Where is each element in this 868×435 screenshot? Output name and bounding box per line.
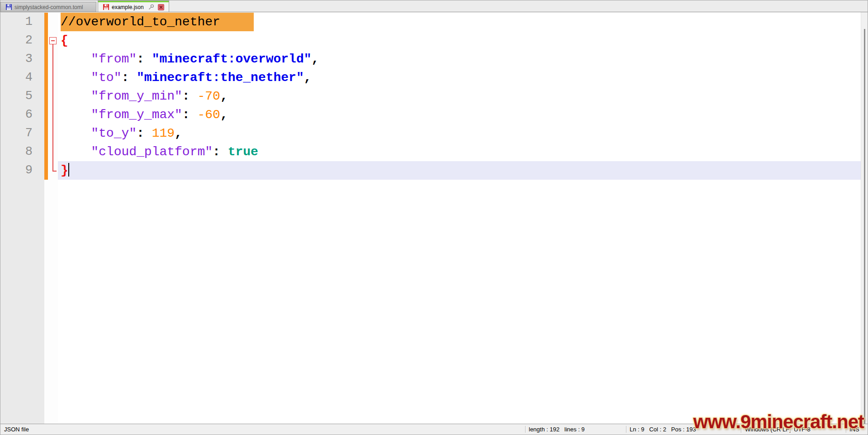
line-number[interactable]: 4 [0, 68, 44, 87]
code-token-punct: : [182, 89, 198, 103]
code-token-number: 119 [152, 126, 175, 140]
code-token-punct: , [220, 108, 228, 122]
code-line-9[interactable]: 9} [0, 161, 861, 180]
vertical-scrollbar[interactable] [861, 12, 868, 424]
code-line-text[interactable]: //overworld_to_nether [58, 13, 861, 31]
tab-example-json[interactable]: example.json [98, 0, 169, 12]
code-token-punct: : [137, 52, 152, 66]
line-number[interactable]: 1 [0, 13, 44, 31]
unsaved-file-icon [103, 4, 109, 10]
line-number[interactable]: 6 [0, 105, 44, 124]
saved-file-icon [5, 4, 12, 10]
line-number[interactable]: 5 [0, 87, 44, 105]
change-marker [44, 124, 48, 143]
status-separator [525, 426, 526, 433]
code-token-plain [61, 126, 91, 140]
code-token-bool: true [228, 145, 258, 159]
change-marker [44, 68, 48, 87]
code-line-7[interactable]: 7 "to_y": 119, [0, 124, 861, 143]
fold-guide [48, 50, 58, 68]
code-line-6[interactable]: 6 "from_y_max": -60, [0, 105, 861, 124]
code-token-punct: , [304, 71, 312, 85]
line-number[interactable]: 9 [0, 161, 44, 180]
fold-guide [48, 87, 58, 105]
pin-icon[interactable] [148, 4, 155, 10]
code-line-5[interactable]: 5 "from_y_min": -70, [0, 87, 861, 105]
editor-area[interactable]: 1//overworld_to_nether2{3 "from": "minec… [0, 12, 868, 424]
fold-collapse-icon[interactable] [49, 37, 57, 44]
fold-guide [48, 124, 58, 143]
change-marker [44, 31, 48, 50]
fold-guide [48, 68, 58, 87]
status-doc-type: JSON file [4, 424, 29, 435]
code-line-text[interactable]: "from": "minecraft:overworld", [58, 50, 861, 68]
tab-simplystacked-common-toml[interactable]: simplystacked-common.toml [0, 2, 96, 12]
line-number[interactable]: 8 [0, 143, 44, 161]
status-cursor-position: Ln : 9 Col : 2 Pos : 193 [630, 424, 696, 435]
code-line-text[interactable]: "to_y": 119, [58, 124, 861, 143]
code-line-4[interactable]: 4 "to": "minecraft:the_nether", [0, 68, 861, 87]
code-token-plain [61, 52, 91, 66]
line-number[interactable]: 2 [0, 31, 44, 50]
code-line-text[interactable]: "to": "minecraft:the_nether", [58, 68, 861, 87]
change-marker [44, 105, 48, 124]
fold-guide [48, 161, 58, 180]
code-token-punct: , [312, 52, 319, 66]
code-token-key: "from" [91, 52, 137, 66]
code-line-text[interactable]: "from_y_max": -60, [58, 105, 861, 124]
code-token-plain [61, 108, 91, 122]
fold-guide [48, 13, 58, 31]
code-line-text[interactable]: { [58, 31, 861, 50]
code-line-text[interactable]: "cloud_platform": true [58, 143, 861, 161]
tab-label: example.json [112, 4, 144, 10]
change-marker [44, 161, 48, 180]
code-line-text[interactable]: "from_y_min": -70, [58, 87, 861, 105]
code-token-punct: : [137, 126, 152, 140]
text-caret [68, 163, 69, 177]
scrollbar-thumb[interactable] [864, 29, 865, 424]
code-token-key: "cloud_platform" [91, 145, 213, 159]
code-token-key: "from_y_max" [91, 108, 182, 122]
status-length-lines: length : 192 lines : 9 [529, 424, 585, 435]
code-token-number: -70 [197, 89, 220, 103]
code-line-3[interactable]: 3 "from": "minecraft:overworld", [0, 50, 861, 68]
code-token-number: -60 [197, 108, 220, 122]
status-separator [626, 426, 627, 433]
code-token-brace: } [61, 163, 68, 177]
code-token-plain [61, 89, 91, 103]
code-line-text[interactable]: } [58, 161, 861, 180]
code-line-8[interactable]: 8 "cloud_platform": true [0, 143, 861, 161]
code-token-string: "minecraft:overworld" [152, 52, 312, 66]
code-token-punct: : [182, 108, 198, 122]
close-tab-button[interactable] [158, 4, 164, 10]
change-marker [44, 13, 48, 31]
code-line-1[interactable]: 1//overworld_to_nether [0, 13, 861, 31]
line-number[interactable]: 3 [0, 50, 44, 68]
change-marker [44, 87, 48, 105]
line-number[interactable]: 7 [0, 124, 44, 143]
change-marker [44, 50, 48, 68]
tab-bar: simplystacked-common.toml example.json [0, 0, 868, 12]
code-token-key: "to_y" [91, 126, 137, 140]
close-icon [158, 5, 164, 10]
change-marker [44, 143, 48, 161]
code-token-string: "minecraft:the_nether" [137, 71, 304, 85]
code-token-plain [61, 145, 91, 159]
watermark: www.9minecraft.net [693, 411, 864, 433]
code-token-key: "from_y_min" [91, 89, 182, 103]
code-token-comment: //overworld_to_nether [61, 13, 254, 31]
code-line-2[interactable]: 2{ [0, 31, 861, 50]
code-token-punct: : [213, 145, 228, 159]
code-token-punct: , [175, 126, 182, 140]
notepad-window: simplystacked-common.toml example.json [0, 0, 868, 435]
active-tab-indicator [98, 1, 169, 2]
code-token-key: "to" [91, 71, 121, 85]
fold-guide [48, 105, 58, 124]
fold-toggle-margin[interactable] [48, 31, 58, 50]
code-token-punct: , [220, 89, 228, 103]
code-token-brace: { [61, 33, 68, 48]
code-token-plain [61, 71, 91, 85]
code-token-punct: : [121, 71, 137, 85]
code-rows: 1//overworld_to_nether2{3 "from": "minec… [0, 13, 861, 180]
fold-guide [48, 143, 58, 161]
